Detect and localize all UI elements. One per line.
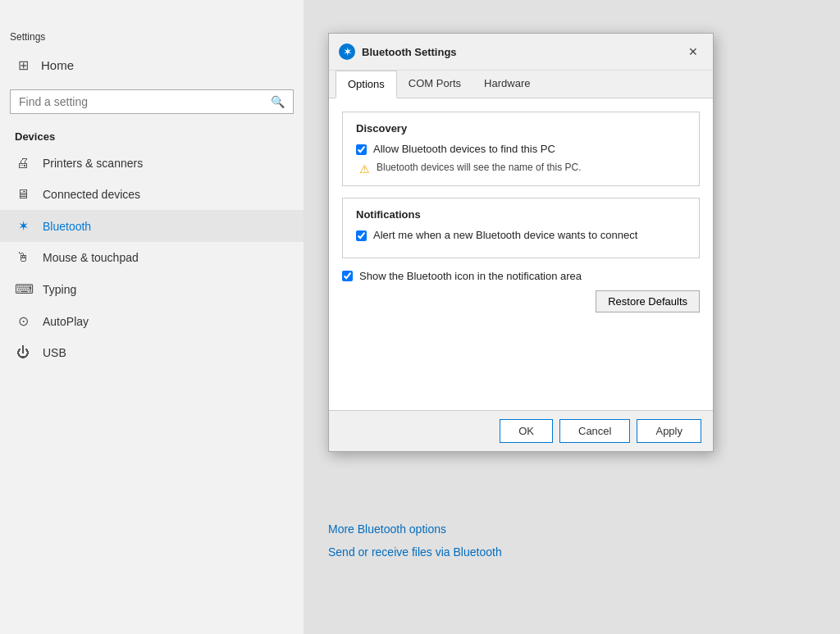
dialog-tabs: Options COM Ports Hardware (329, 71, 713, 98)
sidebar-item-autoplay[interactable]: ⊙ AutoPlay (0, 305, 304, 337)
allow-bluetooth-checkbox[interactable] (356, 144, 367, 155)
warning-icon: ⚠ (359, 162, 370, 176)
alert-checkbox[interactable] (356, 230, 367, 241)
dialog-bluetooth-icon: ✶ (339, 43, 355, 60)
dialog-footer: OK Cancel Apply (329, 410, 713, 451)
notifications-section: Notifications Alert me when a new Blueto… (342, 198, 700, 258)
sidebar: Settings ⊞ Home 🔍 Devices 🖨 Printers & s… (0, 0, 304, 634)
show-icon-checkbox[interactable] (342, 271, 353, 281)
connected-label: Connected devices (43, 188, 140, 201)
tab-hardware[interactable]: Hardware (472, 71, 541, 98)
sidebar-item-printers[interactable]: 🖨 Printers & scanners (0, 148, 304, 179)
autoplay-icon: ⊙ (15, 313, 31, 329)
app-title: Settings (0, 25, 304, 49)
show-icon-row: Show the Bluetooth icon in the notificat… (342, 270, 700, 282)
discovery-section: Discovery Allow Bluetooth devices to fin… (342, 112, 700, 186)
allow-bluetooth-row: Allow Bluetooth devices to find this PC (356, 143, 686, 155)
printers-label: Printers & scanners (43, 157, 143, 170)
sidebar-item-typing[interactable]: ⌨ Typing (0, 273, 304, 305)
bluetooth-settings-dialog: ✶ Bluetooth Settings ✕ Options COM Ports… (328, 33, 714, 452)
tab-options[interactable]: Options (336, 71, 397, 98)
connected-icon: 🖥 (15, 187, 31, 202)
sidebar-item-connected[interactable]: 🖥 Connected devices (0, 179, 304, 210)
restore-defaults-area: Restore Defaults (342, 282, 700, 317)
dialog-title: Bluetooth Settings (362, 46, 683, 58)
search-box: 🔍 (10, 89, 294, 114)
sidebar-item-usb[interactable]: ⏻ USB (0, 337, 304, 368)
mouse-label: Mouse & touchpad (43, 251, 139, 264)
alert-checkbox-row: Alert me when a new Bluetooth device wan… (356, 229, 686, 241)
warning-text: Bluetooth devices will see the name of t… (377, 162, 581, 173)
dialog-body: Discovery Allow Bluetooth devices to fin… (329, 98, 713, 410)
search-input[interactable] (19, 95, 271, 108)
bluetooth-label: Bluetooth (43, 220, 91, 233)
mouse-icon: 🖱 (15, 250, 31, 265)
tab-com-ports[interactable]: COM Ports (397, 71, 472, 98)
alert-checkbox-label: Alert me when a new Bluetooth device wan… (373, 229, 637, 241)
notifications-title: Notifications (356, 208, 686, 221)
main-content: More Bluetooth options Send or receive f… (304, 0, 840, 634)
show-icon-label: Show the Bluetooth icon in the notificat… (359, 270, 582, 282)
dialog-close-button[interactable]: ✕ (683, 42, 703, 62)
usb-label: USB (43, 346, 66, 359)
typing-label: Typing (43, 283, 76, 296)
dialog-titlebar: ✶ Bluetooth Settings ✕ (329, 34, 713, 71)
bluetooth-icon: ✶ (15, 218, 31, 234)
typing-icon: ⌨ (15, 281, 31, 297)
allow-bluetooth-label: Allow Bluetooth devices to find this PC (373, 143, 555, 155)
autoplay-label: AutoPlay (43, 315, 89, 328)
cancel-button[interactable]: Cancel (559, 419, 630, 443)
home-label: Home (41, 58, 74, 72)
sidebar-item-home[interactable]: ⊞ Home (0, 49, 304, 81)
printers-icon: 🖨 (15, 156, 31, 171)
usb-icon: ⏻ (15, 345, 31, 360)
search-button[interactable]: 🔍 (271, 95, 285, 108)
devices-section-title: Devices (0, 122, 304, 148)
discovery-title: Discovery (356, 122, 686, 135)
restore-defaults-button[interactable]: Restore Defaults (596, 290, 700, 312)
sidebar-item-mouse[interactable]: 🖱 Mouse & touchpad (0, 242, 304, 273)
ok-button[interactable]: OK (500, 419, 553, 443)
home-icon: ⊞ (15, 57, 31, 73)
apply-button[interactable]: Apply (637, 419, 701, 443)
sidebar-item-bluetooth[interactable]: ✶ Bluetooth (0, 210, 304, 242)
warning-row: ⚠ Bluetooth devices will see the name of… (356, 162, 686, 176)
